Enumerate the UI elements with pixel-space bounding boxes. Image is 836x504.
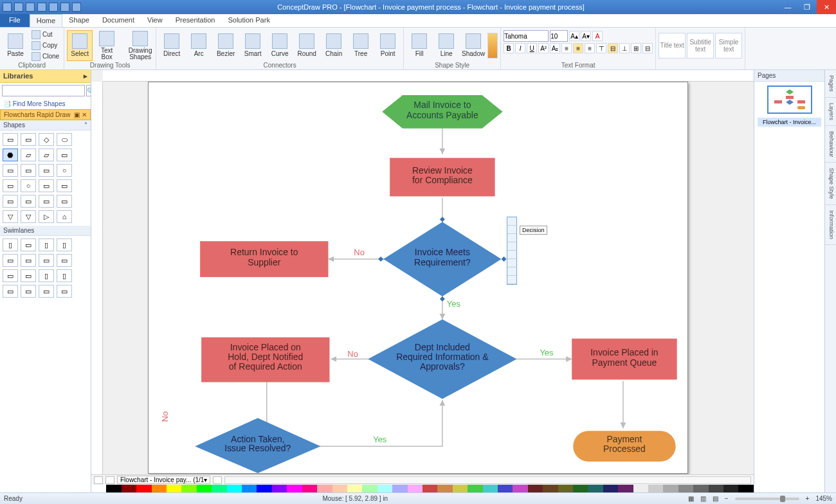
valign-bottom-button[interactable]: ⊥ (619, 43, 630, 53)
tab-home[interactable]: Home (30, 14, 62, 27)
valign-middle-button[interactable]: ⊟ (608, 43, 618, 53)
pin-icon[interactable]: ▸ (84, 72, 87, 80)
qat-btn[interactable] (72, 3, 81, 12)
shape-item[interactable]: ▱ (39, 148, 54, 161)
zoom-slider[interactable] (735, 498, 799, 500)
view-button[interactable]: ▦ (688, 495, 694, 502)
maximize-button[interactable]: ❐ (797, 0, 817, 14)
shape-item[interactable]: ▱ (21, 148, 36, 161)
shape-item[interactable]: ◇ (39, 133, 54, 146)
find-shapes-link[interactable]: 📑 Find More Shapes (0, 98, 91, 109)
float-btn[interactable] (507, 242, 516, 251)
round-button[interactable]: Round (294, 30, 320, 61)
shape-item[interactable]: ⬣ (3, 148, 18, 161)
category-header[interactable]: Flowcharts Rapid Draw▣ ✕ (0, 109, 91, 120)
chain-button[interactable]: Chain (321, 30, 347, 61)
page-tab[interactable]: Flowchart - Invoice pay... (1/1 ▾ (117, 476, 210, 484)
simple-text-style[interactable]: Simple text (715, 33, 742, 59)
shape-item[interactable]: ▭ (39, 179, 54, 192)
shape-item[interactable]: ▭ (21, 285, 36, 298)
point-button[interactable]: Point (375, 30, 401, 61)
font-name-input[interactable] (504, 30, 549, 42)
page-prev-button[interactable] (105, 476, 114, 484)
shape-item[interactable]: ▯ (3, 239, 18, 251)
shape-item[interactable]: ▯ (57, 269, 72, 282)
view-button[interactable]: ▥ (700, 495, 706, 502)
bezier-button[interactable]: Bezier (213, 30, 239, 61)
canvas-scroll[interactable]: No Yes No Yes No Yes Mail Invoice toAcco… (103, 82, 754, 474)
search-input[interactable] (2, 85, 85, 96)
float-btn[interactable] (507, 251, 516, 259)
drawing-shapes-button[interactable]: Drawing Shapes (127, 30, 153, 61)
page-thumbnail[interactable] (767, 86, 812, 114)
vtab-behaviour[interactable]: Behaviour (825, 126, 836, 163)
floating-toolbar[interactable] (507, 217, 517, 285)
vtab-shape-style[interactable]: Shape Style (825, 163, 836, 205)
shape-item[interactable]: ▭ (3, 254, 18, 267)
tab-document[interactable]: Document (96, 14, 141, 27)
underline-button[interactable]: U (527, 43, 537, 53)
collapse-icon[interactable]: ˄ (84, 122, 87, 129)
align-left-button[interactable]: ≡ (561, 43, 572, 53)
qat-btn[interactable] (60, 3, 69, 12)
shapes-subheader[interactable]: Shapes ˄ (0, 120, 91, 130)
tab-view[interactable]: View (141, 14, 169, 27)
shape-item[interactable]: ⌂ (57, 210, 72, 223)
shape-item[interactable]: ▭ (21, 269, 36, 282)
tab-file[interactable]: File (0, 14, 30, 27)
indent-button[interactable]: ⊞ (631, 43, 641, 53)
shape-item[interactable]: ▭ (39, 164, 54, 177)
direct-button[interactable]: Direct (159, 30, 185, 61)
curve-button[interactable]: Curve (267, 30, 293, 61)
float-btn[interactable] (507, 267, 516, 276)
shape-item[interactable]: ▭ (21, 254, 36, 267)
close-button[interactable]: ✕ (817, 0, 836, 14)
tree-button[interactable]: Tree (348, 30, 374, 61)
shrink-font-button[interactable]: A▾ (581, 31, 591, 41)
shape-item[interactable]: ▭ (21, 164, 36, 177)
shape-item[interactable]: ▭ (3, 179, 18, 192)
valign-top-button[interactable]: ⊤ (596, 43, 606, 53)
float-btn[interactable] (507, 276, 516, 284)
shape-item[interactable]: ▭ (57, 148, 72, 161)
fill-button[interactable]: Fill (406, 30, 432, 61)
align-center-button[interactable]: ≡ (573, 43, 583, 53)
paste-button[interactable]: Paste (3, 30, 28, 61)
shape-item[interactable]: ○ (21, 179, 36, 192)
smart-button[interactable]: Smart (240, 30, 266, 61)
hscrollbar[interactable] (224, 476, 751, 484)
shape-item[interactable]: ▭ (39, 195, 54, 208)
italic-button[interactable]: I (515, 43, 525, 53)
shape-item[interactable]: ▭ (21, 133, 36, 146)
qat-btn[interactable] (14, 3, 23, 12)
minimize-button[interactable]: — (778, 0, 797, 14)
shape-item[interactable]: ▭ (3, 269, 18, 282)
view-button[interactable]: ▤ (713, 495, 718, 502)
shape-item[interactable]: ▷ (39, 210, 54, 223)
shape-item[interactable]: ⬭ (57, 133, 72, 146)
shape-item[interactable]: ▭ (3, 133, 18, 146)
shape-item[interactable]: ▭ (39, 254, 54, 267)
shape-item[interactable]: ▭ (57, 179, 72, 192)
shape-item[interactable]: ▭ (57, 254, 72, 267)
drawing-page[interactable]: No Yes No Yes No Yes Mail Invoice toAcco… (148, 82, 688, 474)
zoom-in-button[interactable]: + (806, 495, 810, 502)
shape-item[interactable]: ▭ (3, 195, 18, 208)
shape-item[interactable]: ▭ (57, 195, 72, 208)
qat-btn[interactable] (49, 3, 58, 12)
title-text-style[interactable]: Title text (659, 33, 686, 59)
shape-item[interactable]: ▭ (21, 195, 36, 208)
subtitle-text-style[interactable]: Subtitle text (687, 33, 714, 59)
cut-button[interactable]: Cut (30, 30, 61, 40)
font-color-button[interactable]: A (592, 31, 603, 41)
page-first-button[interactable] (94, 476, 103, 484)
shape-item[interactable]: ▭ (3, 164, 18, 177)
float-btn[interactable] (507, 259, 516, 267)
shape-item[interactable]: ▭ (21, 239, 36, 251)
shape-item[interactable]: ○ (57, 164, 72, 177)
qat-btn[interactable] (26, 3, 35, 12)
shape-item[interactable]: ▭ (3, 285, 18, 298)
shadow-button[interactable]: Shadow (460, 30, 486, 61)
shape-item[interactable]: ▽ (3, 210, 18, 223)
outdent-button[interactable]: ⊟ (642, 43, 653, 53)
